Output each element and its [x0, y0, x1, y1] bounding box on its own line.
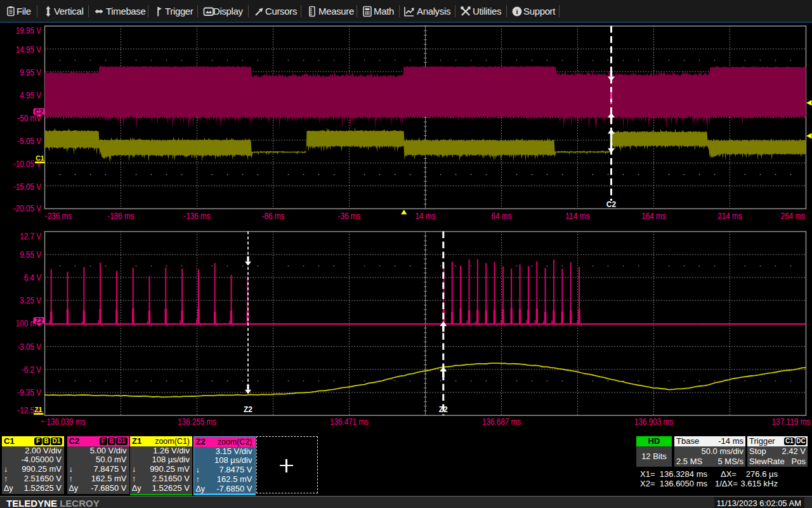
- svg-text:9.55 V: 9.55 V: [20, 249, 41, 260]
- svg-text:136.687 ms: 136.687 ms: [482, 416, 521, 427]
- svg-text:-5.05 V: -5.05 V: [17, 135, 41, 146]
- svg-text:214 ms: 214 ms: [717, 210, 742, 221]
- svg-text:i: i: [516, 8, 518, 15]
- svg-text:-3.05 V: -3.05 V: [17, 341, 41, 352]
- svg-text:C1: C1: [36, 154, 44, 162]
- svg-text:Z2: Z2: [244, 405, 252, 414]
- svg-text:164 ms: 164 ms: [641, 210, 665, 221]
- svg-text:6.4 V: 6.4 V: [24, 272, 41, 283]
- svg-text:14 ms: 14 ms: [416, 210, 436, 221]
- svg-text:-9.35 V: -9.35 V: [17, 387, 41, 398]
- svg-text:-36 ms: -36 ms: [338, 210, 361, 221]
- svg-text:64 ms: 64 ms: [492, 210, 512, 221]
- svg-text:136.471 ms: 136.471 ms: [330, 416, 369, 427]
- svg-text:264 ms: 264 ms: [781, 210, 805, 221]
- svg-text:9.95 V: 9.95 V: [20, 67, 41, 77]
- svg-text:-186 ms: -186 ms: [107, 210, 134, 221]
- svg-text:136.039 ms: 136.039 ms: [46, 416, 85, 427]
- svg-text:14.95 V: 14.95 V: [16, 44, 41, 55]
- svg-text:-236 ms: -236 ms: [45, 210, 72, 221]
- svg-text:C2: C2: [35, 108, 44, 116]
- svg-text:Z2: Z2: [439, 405, 448, 414]
- svg-text:Z2: Z2: [35, 317, 43, 324]
- svg-text:137.119 ms: 137.119 ms: [771, 416, 810, 427]
- svg-text:136.255 ms: 136.255 ms: [178, 416, 216, 427]
- svg-text:12.7 V: 12.7 V: [20, 231, 41, 241]
- svg-text:-6.2 V: -6.2 V: [22, 364, 41, 375]
- svg-text:-20.05 V: -20.05 V: [13, 203, 41, 213]
- svg-text:←: ←: [39, 414, 49, 425]
- svg-text:C2: C2: [606, 200, 617, 209]
- svg-text:136.903 ms: 136.903 ms: [634, 416, 673, 427]
- svg-text:114 ms: 114 ms: [565, 210, 589, 221]
- svg-text:Z1: Z1: [34, 406, 42, 413]
- svg-text:4.95 V: 4.95 V: [20, 90, 41, 100]
- svg-text:3.25 V: 3.25 V: [20, 295, 41, 305]
- svg-text:-136 ms: -136 ms: [183, 210, 210, 221]
- svg-text:-86 ms: -86 ms: [262, 210, 285, 221]
- svg-text:-15.05 V: -15.05 V: [13, 181, 41, 192]
- svg-text:19.95 V: 19.95 V: [16, 25, 41, 36]
